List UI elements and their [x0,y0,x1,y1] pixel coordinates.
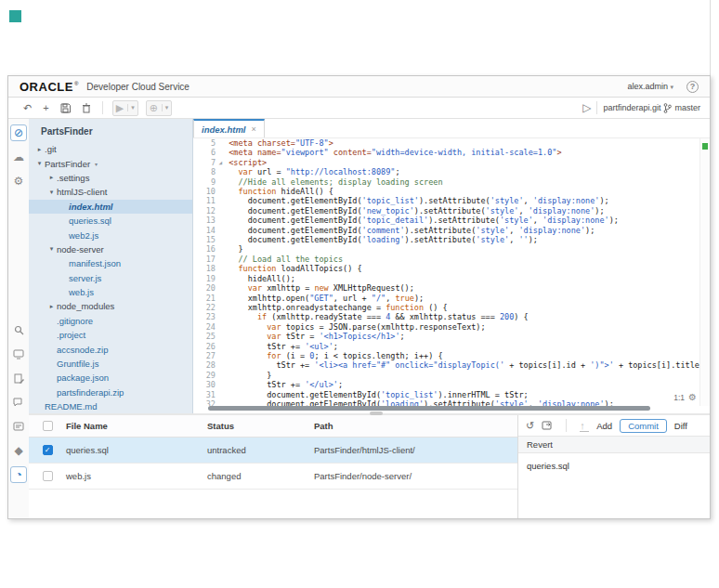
code-line[interactable]: 13 document.getElementById('topic_detail… [193,216,700,225]
tree-item-accsnode-zip[interactable]: accsnode.zip [29,342,192,356]
stage-icon[interactable] [542,421,553,431]
tree-item--gitignore[interactable]: .gitignore [29,314,192,328]
code-area[interactable]: 5 <meta charset="UTF-8">6 <meta name="vi… [193,138,700,406]
run-icon[interactable]: ▶ [116,102,124,114]
tab-index-html[interactable]: index.html × [193,119,265,137]
project-menu-icon[interactable]: ▾ [95,161,98,167]
tree-item-partsfinder[interactable]: ▾PartsFinder▾ [29,156,192,170]
code-line[interactable]: 23 if (xmlhttp.readyState === 4 && xmlht… [193,312,700,321]
code-line[interactable]: 18 function loadAllTopics() { [193,264,700,273]
code-line[interactable]: 10 function hideAll() { [193,187,700,196]
code-line[interactable]: 16 } [193,244,700,254]
tree-item-readme-md[interactable]: README.md [29,399,192,413]
code-line[interactable]: 30 tStr += '</ul>'; [193,380,700,389]
help-icon[interactable]: ? [686,81,699,93]
revert-list-item[interactable]: queries.sql [527,461,710,471]
tree-item-web2-js[interactable]: web2.js [29,228,192,242]
chat-icon[interactable] [10,394,27,411]
code-line[interactable]: 11 document.getElementById('topic_list')… [193,196,700,205]
tree-item-queries-sql[interactable]: queries.sql [29,214,192,228]
tree-item--project[interactable]: .project [29,328,192,342]
git-file-row-web-js[interactable]: web.jschangedPartsFinder/node-server/ [29,464,517,490]
build-gear-icon[interactable]: ⚙ [10,173,27,189]
tree-item-node-server[interactable]: ▾node-server [29,242,192,256]
recent-clock-icon[interactable]: ◔ [10,466,27,483]
code-line[interactable]: 29 } [193,371,700,380]
diff-button[interactable]: Diff [674,421,687,431]
deploy-button-group[interactable]: ⊕ ▾ [146,100,173,116]
undo-icon[interactable]: ↶ [23,102,32,114]
tree-item--git[interactable]: ▸.git [29,142,192,156]
code-line[interactable]: 15 document.getElementById('loading').se… [193,235,700,244]
code-line[interactable]: 19 hideAll(); [193,274,700,283]
code-line[interactable]: 14 document.getElementById('comment').se… [193,226,700,235]
git-file-row-queries-sql[interactable]: ✓queries.sqluntrackedPartsFinder/htmlJS-… [29,438,517,464]
expand-icon[interactable]: ▸ [34,146,45,153]
tree-item-node-modules[interactable]: ▸node_modules [29,299,192,313]
tree-item--settings[interactable]: ▸.settings [29,171,192,185]
code-text: document.getElementById('topic_detail').… [219,216,700,225]
code-line[interactable]: 7◢ <script> [193,158,700,167]
run-outline-icon[interactable]: ▷ [582,101,591,114]
search-icon[interactable] [10,321,27,338]
tree-item-manifest-json[interactable]: manifest.json [29,256,192,270]
line-number: 11 [193,196,219,205]
repo-name[interactable]: partfinderapi.git [603,103,660,112]
trash-icon[interactable] [82,103,91,113]
cloud-icon[interactable]: ☁ [10,149,27,165]
collapse-icon[interactable]: ▾ [46,245,57,253]
code-line[interactable]: 27 for (i = 0; i < topics.length; i++) { [193,351,700,360]
code-line[interactable]: 8 var url = "http://localhost:8089"; [193,167,700,176]
code-line[interactable]: 32 document.getElementById('loading').se… [193,399,700,406]
file-checkbox[interactable] [43,471,53,481]
code-line[interactable]: 31 document.getElementById('topic_list')… [193,390,700,399]
expand-icon[interactable]: ▸ [46,174,57,181]
file-checkbox[interactable]: ✓ [43,445,53,455]
revert-section-header[interactable]: Revert [518,436,710,453]
deploy-diamond-icon[interactable]: ◆ [10,442,27,459]
collapse-icon[interactable]: ▾ [34,160,45,167]
code-line[interactable]: 25 var tStr = '<h1>Topics</h1>'; [193,332,700,341]
tasks-icon[interactable] [10,370,27,386]
expand-icon[interactable]: ▸ [46,303,57,310]
run-button-group[interactable]: ▶ ▾ [112,100,138,116]
display-icon[interactable] [10,346,27,362]
horizontal-scrollbar[interactable] [208,406,650,411]
tree-item-gruntfile-js[interactable]: Gruntfile.js [29,357,192,371]
add-button[interactable]: Add [596,421,612,431]
run-dropdown-icon[interactable]: ▾ [127,104,135,111]
editor-settings-icon[interactable]: ⚙ [688,392,697,402]
tree-item-index-html[interactable]: index.html [29,200,192,214]
collapse-icon[interactable]: ▾ [46,189,57,196]
code-line[interactable]: 9 //Hide all elements; display loading s… [193,177,700,187]
globe-icon[interactable]: ⊕ [150,102,158,114]
code-line[interactable]: 28 tStr += '<li><a href="#" onclick="dis… [193,360,700,370]
wiki-icon[interactable] [10,418,27,435]
compass-icon[interactable]: ⊘ [10,124,27,141]
tree-item-server-js[interactable]: server.js [29,271,192,285]
code-line[interactable]: 22 xmlhttp.onreadystatechange = function… [193,303,700,312]
code-line[interactable]: 6 <meta name="viewport" content="width=d… [193,148,700,157]
commit-button[interactable]: Commit [620,419,667,433]
tree-item-partsfinderapi-zip[interactable]: partsfinderapi.zip [29,385,192,399]
select-all-checkbox[interactable] [43,421,53,431]
code-line[interactable]: 26 tStr += '<ul>'; [193,342,700,351]
deploy-dropdown-icon[interactable]: ▾ [162,104,169,111]
action-divider [566,419,567,432]
tree-item-web-js[interactable]: web.js [29,285,192,299]
code-line[interactable]: 24 var topics = JSON.parse(xmlhttp.respo… [193,322,700,332]
code-line[interactable]: 5 <meta charset="UTF-8"> [193,138,700,148]
code-line[interactable]: 20 var xmlhttp = new XMLHttpRequest(); [193,283,700,293]
tree-item-package-json[interactable]: package.json [29,371,192,385]
code-line[interactable]: 12 document.getElementById('new_topic').… [193,206,700,216]
code-line[interactable]: 21 xmlhttp.open("GET", url + "/", true); [193,294,700,303]
user-menu[interactable]: alex.admin ▾ [627,82,673,91]
code-line[interactable]: 17 // Load all the topics [193,255,700,264]
refresh-icon[interactable]: ↺ [526,420,534,432]
save-icon[interactable] [60,103,71,113]
fold-marker-icon[interactable]: ◢ [218,158,222,167]
new-file-icon[interactable]: + [43,102,48,113]
branch-name[interactable]: master [674,103,700,112]
close-icon[interactable]: × [252,124,256,134]
tree-item-htmljs-client[interactable]: ▾htmlJS-client [29,185,192,199]
